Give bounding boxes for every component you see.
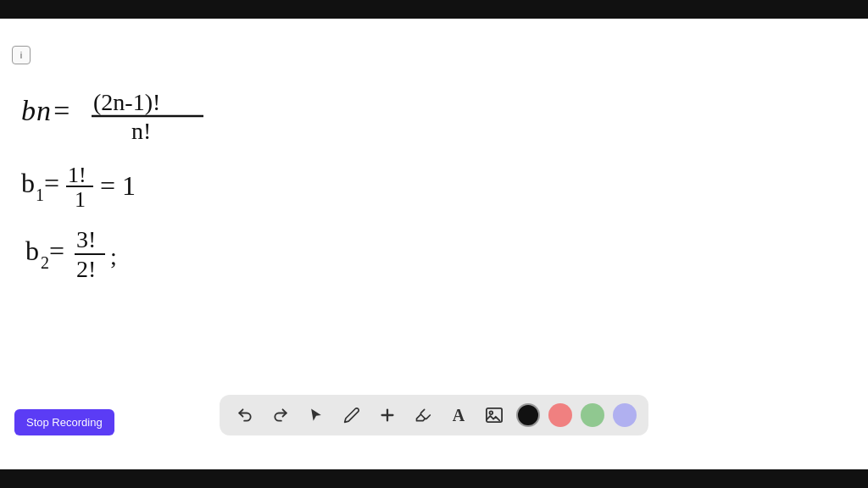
svg-text:1: 1 [75,187,86,212]
math-content-area: bn= (2n-1)! n! b 1 = 1! 1 = 1 b 2 = 3! 2… [17,69,271,391]
bottom-black-bar [0,469,868,488]
svg-text:3!: 3! [76,226,96,252]
svg-text:2!: 2! [76,256,96,282]
color-green-button[interactable] [581,403,604,427]
color-pink-button[interactable] [548,403,572,427]
highlighter-tool-button[interactable] [409,402,437,429]
svg-point-21 [490,411,493,414]
pencil-tool-button[interactable] [338,402,365,429]
svg-text:=: = [44,168,59,198]
svg-text:= 1: = 1 [100,170,136,201]
svg-text:1: 1 [36,186,44,204]
svg-text:n!: n! [131,118,151,144]
svg-text:bn=: bn= [21,95,72,126]
svg-text:b: b [21,168,35,198]
stop-recording-button[interactable]: Stop Recording [14,409,114,435]
toolbar: A [220,395,648,435]
image-tool-button[interactable] [481,402,508,429]
svg-text:b: b [25,236,39,266]
svg-text:1!: 1! [68,163,86,187]
text-tool-button[interactable]: A [445,402,472,429]
add-button[interactable] [374,402,401,429]
svg-text:2: 2 [41,253,49,272]
whiteboard-canvas: i bn= (2n-1)! n! b 1 = 1! 1 = 1 b 2 = [0,19,868,469]
top-black-bar [0,0,868,19]
color-black-button[interactable] [516,403,540,427]
color-lavender-button[interactable] [613,403,637,427]
redo-button[interactable] [267,402,294,429]
svg-text:(2n-1)!: (2n-1)! [93,89,160,115]
math-svg: bn= (2n-1)! n! b 1 = 1! 1 = 1 b 2 = 3! 2… [17,69,288,408]
undo-button[interactable] [231,402,259,429]
select-tool-button[interactable] [303,402,330,429]
corner-indicator: i [12,46,31,64]
svg-text:=: = [49,236,64,266]
svg-text:;: ; [110,243,117,269]
